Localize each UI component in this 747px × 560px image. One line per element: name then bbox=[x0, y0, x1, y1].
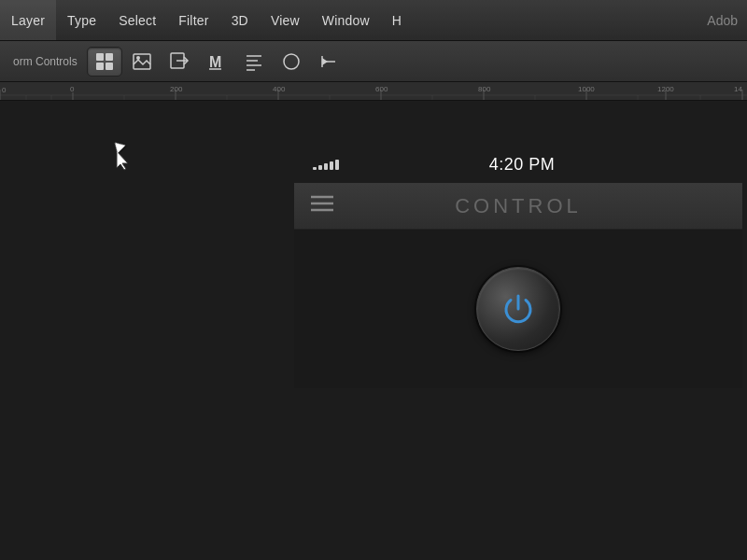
power-knob[interactable] bbox=[476, 267, 560, 351]
svg-text:0: 0 bbox=[70, 85, 75, 93]
mask-button[interactable]: M bbox=[199, 47, 234, 77]
signal-bars bbox=[313, 160, 339, 170]
svg-text:800: 800 bbox=[478, 85, 491, 93]
svg-point-5 bbox=[136, 56, 140, 60]
signal-bar-4 bbox=[330, 161, 333, 170]
nav-title: CONTROL bbox=[455, 194, 582, 218]
status-time: 4:20 PM bbox=[489, 155, 556, 175]
svg-point-13 bbox=[284, 54, 299, 69]
svg-text:0: 0 bbox=[2, 86, 7, 94]
phone-status-bar: 4:20 PM bbox=[294, 146, 742, 183]
export-button[interactable] bbox=[162, 47, 197, 77]
align-button[interactable] bbox=[236, 47, 272, 77]
svg-text:14: 14 bbox=[734, 85, 742, 93]
signal-bar-1 bbox=[313, 167, 317, 170]
svg-text:200: 200 bbox=[170, 85, 183, 93]
menu-help[interactable]: H bbox=[381, 0, 413, 40]
phone-content bbox=[294, 230, 742, 388]
menu-3d[interactable]: 3D bbox=[220, 0, 260, 40]
svg-rect-3 bbox=[106, 63, 113, 70]
menu-bar: Layer Type Select Filter 3D View Window … bbox=[0, 0, 747, 41]
svg-text:M: M bbox=[209, 54, 221, 70]
svg-rect-1 bbox=[106, 53, 113, 61]
menu-view[interactable]: View bbox=[260, 0, 311, 40]
svg-rect-0 bbox=[96, 53, 104, 61]
svg-text:1000: 1000 bbox=[578, 85, 595, 93]
toolbar-label: orm Controls bbox=[6, 55, 85, 68]
phone-mockup: 4:20 PM CONTROL bbox=[294, 146, 742, 388]
keyframe-button[interactable] bbox=[311, 47, 346, 77]
menu-layer[interactable]: Layer bbox=[0, 0, 56, 40]
svg-text:600: 600 bbox=[375, 85, 388, 93]
battery-icon bbox=[705, 159, 724, 170]
toolbar: orm Controls M bbox=[0, 41, 747, 82]
hamburger-icon[interactable] bbox=[311, 195, 333, 217]
svg-text:1200: 1200 bbox=[657, 85, 674, 93]
ruler: 0 0 200 400 600 800 1000 1200 14 bbox=[0, 82, 747, 101]
signal-bar-5 bbox=[335, 160, 339, 170]
circle-button[interactable] bbox=[274, 47, 309, 77]
grid-view-button[interactable] bbox=[87, 47, 122, 77]
power-button-container[interactable] bbox=[476, 267, 560, 351]
signal-bar-2 bbox=[318, 165, 322, 170]
svg-rect-16 bbox=[0, 82, 747, 101]
svg-text:400: 400 bbox=[273, 85, 286, 93]
menu-type[interactable]: Type bbox=[56, 0, 107, 40]
canvas-area: 4:20 PM CONTROL bbox=[0, 101, 747, 560]
signal-bar-3 bbox=[324, 163, 328, 170]
adobe-brand: Adob bbox=[707, 0, 747, 40]
menu-window[interactable]: Window bbox=[311, 0, 381, 40]
image-button[interactable] bbox=[124, 47, 160, 77]
phone-nav-bar: CONTROL bbox=[294, 183, 742, 230]
menu-select[interactable]: Select bbox=[107, 0, 167, 40]
menu-filter[interactable]: Filter bbox=[167, 0, 219, 40]
svg-rect-2 bbox=[96, 63, 104, 70]
